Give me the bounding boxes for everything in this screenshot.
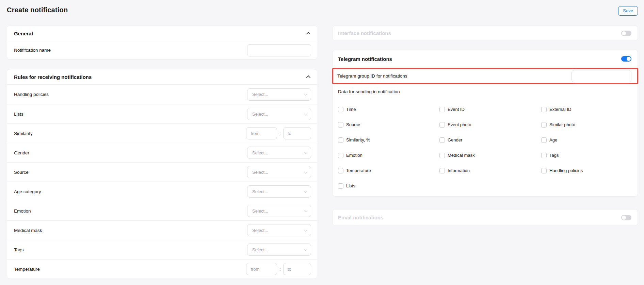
- chevron-up-icon[interactable]: [306, 32, 311, 36]
- form-row-medical-mask: Medical maskSelect...: [7, 220, 317, 240]
- checkbox-item-gender[interactable]: Gender: [439, 137, 541, 143]
- checkbox[interactable]: [541, 107, 547, 112]
- temperature-to-input[interactable]: [283, 263, 311, 275]
- checkbox[interactable]: [541, 122, 547, 128]
- form-row-age-category: Age categorySelect...: [7, 182, 317, 201]
- select-value: Select...: [252, 92, 268, 97]
- telegram-notifications-panel: Telegram notifications Telegram group ID…: [333, 50, 638, 197]
- checkbox-label: Medical mask: [448, 153, 474, 158]
- field-label: Notififcation name: [14, 48, 51, 53]
- tags-select[interactable]: Select...: [247, 244, 311, 256]
- general-panel-header[interactable]: General: [7, 26, 317, 41]
- checkbox[interactable]: [439, 168, 445, 173]
- checkbox-label: Temperature: [346, 168, 371, 173]
- interface-notifications-panel: Interface notifications: [333, 26, 638, 41]
- field-label: Source: [14, 170, 29, 175]
- checkbox-item-source[interactable]: Source: [338, 122, 439, 128]
- checkbox-label: Information: [448, 168, 470, 173]
- telegram-group-id-label: Telegram group ID for notifications: [337, 73, 407, 79]
- interface-notifications-title: Interface notifications: [338, 30, 391, 36]
- telegram-group-id-row-highlighted: Telegram group ID for notifications: [332, 68, 638, 84]
- form-row-gender: GenderSelect...: [7, 143, 317, 162]
- checkbox[interactable]: [338, 107, 343, 112]
- checkbox-label: Source: [346, 122, 360, 127]
- chevron-up-icon[interactable]: [306, 75, 311, 80]
- checkbox[interactable]: [338, 153, 343, 158]
- checkbox-item-similarity[interactable]: Similarity, %: [338, 137, 439, 143]
- telegram-panel-body: Data for sending in notification TimeEve…: [333, 84, 638, 196]
- chevron-down-icon: [304, 151, 307, 154]
- checkbox[interactable]: [439, 153, 445, 158]
- checkbox[interactable]: [439, 107, 445, 112]
- notififcation-name-input[interactable]: [247, 44, 311, 56]
- telegram-panel-header: Telegram notifications: [333, 50, 638, 68]
- rules-rows: Handling policiesSelect...ListsSelect...…: [7, 85, 317, 279]
- checkbox[interactable]: [338, 122, 343, 128]
- field-label: Gender: [14, 150, 29, 155]
- similarity-to-input[interactable]: [283, 127, 311, 139]
- chevron-down-icon: [304, 209, 307, 212]
- medical-mask-select[interactable]: Select...: [247, 224, 311, 236]
- email-notifications-panel: Email notifications: [333, 209, 638, 226]
- checkbox-item-information[interactable]: Information: [439, 168, 541, 173]
- checkbox-item-time[interactable]: Time: [338, 107, 439, 112]
- checkbox-label: Tags: [549, 153, 559, 158]
- interface-notifications-toggle[interactable]: [621, 31, 631, 36]
- checkbox-item-similar-photo[interactable]: Similar photo: [541, 122, 631, 128]
- form-row-temperature: Temperature:: [7, 259, 317, 279]
- rules-panel-header[interactable]: Rules for receiving notifications: [7, 69, 317, 85]
- handling-policies-select[interactable]: Select...: [247, 88, 311, 101]
- checkbox-label: Event ID: [448, 107, 465, 112]
- checkbox-item-lists[interactable]: Lists: [338, 183, 439, 189]
- emotion-select[interactable]: Select...: [247, 205, 311, 217]
- form-row-lists: ListsSelect...: [7, 104, 317, 123]
- source-select[interactable]: Select...: [247, 166, 311, 178]
- temperature-from-input[interactable]: [246, 263, 277, 275]
- checkbox-item-handling-policies[interactable]: Handling policies: [541, 168, 631, 173]
- checkbox-item-emotion[interactable]: Emotion: [338, 153, 439, 158]
- checkbox-item-age[interactable]: Age: [541, 137, 631, 143]
- field-label: Medical mask: [14, 228, 42, 233]
- content-columns: General Notififcation name Rules for rec…: [7, 26, 638, 279]
- checkbox-label: Similar photo: [549, 122, 575, 127]
- lists-select[interactable]: Select...: [247, 108, 311, 120]
- telegram-notifications-toggle[interactable]: [621, 56, 631, 62]
- select-value: Select...: [252, 247, 268, 252]
- gender-select[interactable]: Select...: [247, 147, 311, 159]
- age-category-select[interactable]: Select...: [247, 185, 311, 198]
- checkbox[interactable]: [541, 153, 547, 158]
- checkbox-item-tags[interactable]: Tags: [541, 153, 631, 158]
- checkbox[interactable]: [338, 137, 343, 143]
- checkbox-item-event-photo[interactable]: Event photo: [439, 122, 541, 128]
- checkbox-item-event-id[interactable]: Event ID: [439, 107, 541, 112]
- page-title: Create notification: [7, 6, 68, 14]
- checkbox-item-medical-mask[interactable]: Medical mask: [439, 153, 541, 158]
- form-row-notififcation-name: Notififcation name: [7, 41, 317, 59]
- toggle-knob: [622, 31, 626, 35]
- checkbox-item-temperature[interactable]: Temperature: [338, 168, 439, 173]
- checkbox[interactable]: [338, 183, 343, 189]
- telegram-group-id-input[interactable]: [571, 70, 631, 82]
- range-colon: :: [279, 131, 281, 136]
- field-label: Age category: [14, 189, 41, 194]
- checkbox[interactable]: [541, 137, 547, 143]
- range-colon: :: [279, 267, 281, 272]
- select-value: Select...: [252, 208, 268, 214]
- checkbox[interactable]: [541, 168, 547, 173]
- checkbox-label: Lists: [346, 183, 355, 188]
- save-button[interactable]: Save: [618, 6, 638, 16]
- email-notifications-toggle[interactable]: [621, 215, 631, 220]
- chevron-down-icon: [304, 248, 307, 251]
- similarity-from-input[interactable]: [246, 127, 277, 139]
- select-value: Select...: [252, 170, 268, 175]
- similarity-range: :: [246, 127, 311, 139]
- temperature-range: :: [246, 263, 311, 275]
- form-row-similarity: Similarity:: [7, 123, 317, 143]
- checkbox[interactable]: [439, 122, 445, 128]
- checkbox-label: Age: [549, 137, 557, 142]
- checkbox[interactable]: [439, 137, 445, 143]
- checkbox-label: External ID: [549, 107, 571, 112]
- email-notifications-title: Email notifications: [338, 215, 383, 220]
- checkbox[interactable]: [338, 168, 343, 173]
- checkbox-item-external-id[interactable]: External ID: [541, 107, 631, 112]
